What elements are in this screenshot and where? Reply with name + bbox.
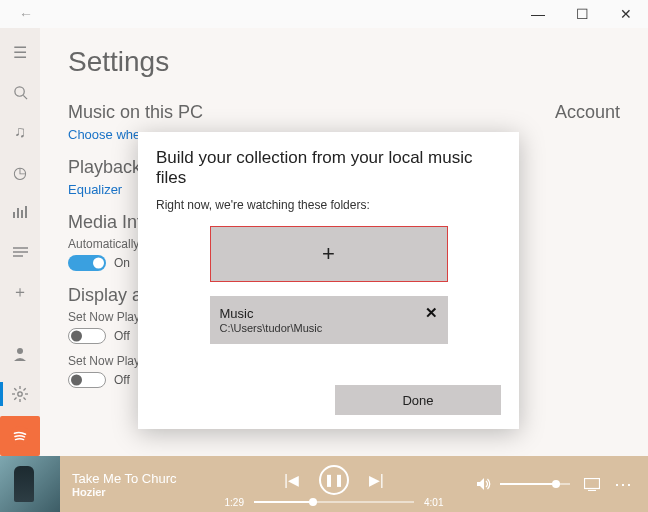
track-info: Take Me To Churc Hozier	[72, 471, 192, 498]
svg-line-17	[14, 398, 16, 400]
toggle-state-on: On	[114, 256, 130, 270]
playback-controls: |◀ ❚❚ ▶| 1:29 4:01	[192, 461, 476, 508]
search-icon[interactable]	[0, 74, 40, 110]
svg-line-18	[24, 388, 26, 390]
svg-rect-5	[25, 206, 27, 218]
now-playing-toggle-2[interactable]	[68, 372, 106, 388]
watched-folder-tile[interactable]: Music C:\Users\tudor\Music ✕	[210, 296, 448, 344]
prev-button[interactable]: |◀	[284, 472, 299, 488]
svg-point-9	[17, 348, 23, 354]
now-playing-toggle-1[interactable]	[68, 328, 106, 344]
folder-name: Music	[220, 306, 323, 321]
toggle-state-off-1: Off	[114, 329, 130, 343]
svg-point-0	[14, 86, 23, 95]
section-music-on-pc: Music on this PC	[68, 102, 203, 123]
next-button[interactable]: ▶|	[369, 472, 384, 488]
cast-icon[interactable]	[584, 478, 600, 491]
hamburger-icon[interactable]: ☰	[0, 34, 40, 70]
playlist-icon[interactable]	[0, 234, 40, 270]
titlebar: ← — ☐ ✕	[0, 0, 648, 28]
remove-folder-button[interactable]: ✕	[425, 304, 438, 322]
history-icon[interactable]: ◷	[0, 154, 40, 190]
dialog-subtitle: Right now, we're watching these folders:	[156, 198, 501, 212]
volume-slider[interactable]	[500, 483, 570, 485]
add-icon[interactable]: ＋	[0, 274, 40, 310]
time-total: 4:01	[424, 497, 443, 508]
svg-line-1	[23, 95, 27, 99]
svg-rect-4	[21, 210, 23, 218]
close-button[interactable]: ✕	[604, 0, 648, 28]
svg-line-15	[14, 388, 16, 390]
equalizer-link[interactable]: Equalizer	[68, 182, 122, 197]
track-artist: Hozier	[72, 486, 192, 498]
svg-rect-20	[585, 478, 600, 488]
track-title: Take Me To Churc	[72, 471, 192, 486]
right-controls: ⋯	[476, 473, 634, 495]
app-window: ← — ☐ ✕ ☰ ♫ ◷ ＋	[0, 0, 648, 512]
folder-path: C:\Users\tudor\Music	[220, 322, 323, 334]
play-pause-button[interactable]: ❚❚	[319, 465, 349, 495]
back-button[interactable]: ←	[4, 0, 48, 28]
dialog-title: Build your collection from your local mu…	[156, 148, 501, 188]
svg-rect-3	[17, 208, 19, 218]
now-playing-icon[interactable]	[0, 194, 40, 230]
build-collection-dialog: Build your collection from your local mu…	[138, 132, 519, 429]
account-icon[interactable]	[0, 336, 40, 372]
maximize-button[interactable]: ☐	[560, 0, 604, 28]
add-folder-button[interactable]: +	[210, 226, 448, 282]
album-art[interactable]	[0, 456, 60, 512]
minimize-button[interactable]: —	[516, 0, 560, 28]
spotify-icon[interactable]	[0, 416, 40, 456]
volume-icon[interactable]	[476, 477, 492, 491]
section-account: Account	[555, 102, 620, 123]
settings-icon[interactable]	[0, 376, 40, 412]
svg-point-10	[18, 392, 22, 396]
page-title: Settings	[68, 46, 620, 78]
svg-rect-2	[13, 212, 15, 218]
more-icon[interactable]: ⋯	[614, 473, 634, 495]
time-elapsed: 1:29	[225, 497, 244, 508]
plus-icon: +	[322, 241, 335, 267]
sidebar: ☰ ♫ ◷ ＋	[0, 28, 40, 456]
player-bar: Take Me To Churc Hozier |◀ ❚❚ ▶| 1:29 4:…	[0, 456, 648, 512]
svg-line-16	[24, 398, 26, 400]
music-icon[interactable]: ♫	[0, 114, 40, 150]
progress-slider[interactable]	[254, 501, 414, 503]
toggle-state-off-2: Off	[114, 373, 130, 387]
done-button[interactable]: Done	[335, 385, 501, 415]
auto-retrieve-toggle[interactable]	[68, 255, 106, 271]
